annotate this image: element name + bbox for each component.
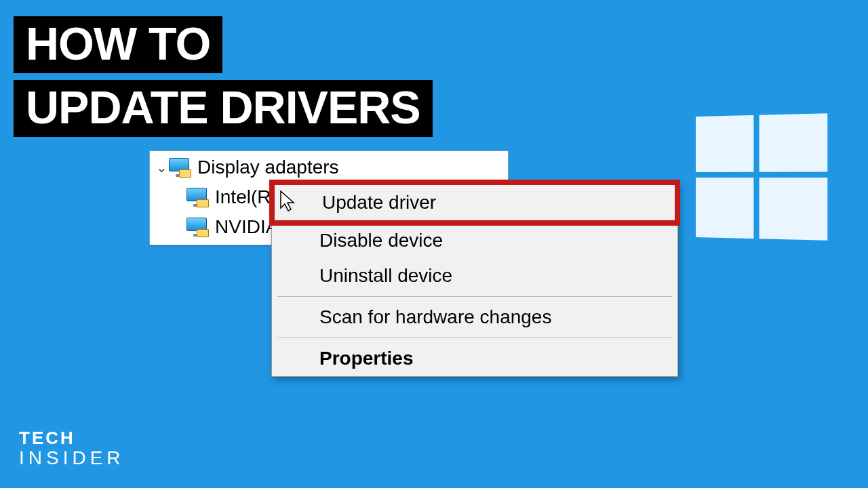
menu-divider (277, 338, 672, 338)
brand-line-1: TECH (19, 429, 125, 447)
cursor-icon (280, 190, 296, 212)
display-adapter-icon (186, 218, 208, 237)
tree-parent-display-adapters[interactable]: ⌄ Display adapters (150, 152, 508, 182)
menu-divider (277, 296, 672, 297)
menu-item-uninstall-device[interactable]: Uninstall device (272, 258, 677, 293)
windows-logo-icon (696, 113, 827, 242)
context-menu: Update driver Disable device Uninstall d… (271, 182, 678, 377)
brand-logo: TECH INSIDER (19, 429, 125, 468)
svg-marker-0 (281, 191, 294, 211)
menu-item-properties[interactable]: Properties (272, 341, 677, 376)
brand-line-2: INSIDER (19, 448, 125, 468)
tree-parent-label: Display adapters (197, 157, 339, 178)
menu-item-scan-hardware[interactable]: Scan for hardware changes (272, 300, 677, 335)
menu-item-disable-device[interactable]: Disable device (272, 223, 677, 258)
title-line-2: UPDATE DRIVERS (14, 80, 433, 137)
title-line-1: HOW TO (14, 16, 222, 73)
display-adapter-icon (169, 158, 191, 177)
chevron-down-icon: ⌄ (154, 159, 169, 176)
tree-child-label: Intel(R) (215, 186, 277, 208)
menu-item-update-driver[interactable]: Update driver (269, 180, 680, 226)
display-adapter-icon (186, 188, 208, 207)
